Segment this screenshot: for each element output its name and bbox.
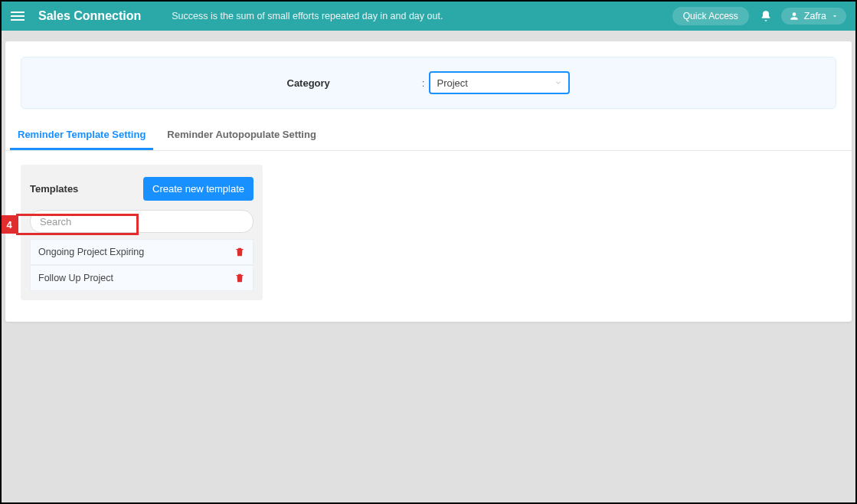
colon-separator: : [422,77,425,89]
content-panel: Templates Create new template Ongoing Pr… [5,151,852,322]
trash-icon[interactable] [234,272,245,284]
template-item-label: Ongoing Project Expiring [38,247,144,257]
template-item-label: Follow Up Project [38,273,113,283]
tagline-text: Success is the sum of small efforts repe… [172,11,443,21]
user-name: Zafra [804,11,826,21]
template-item[interactable]: Follow Up Project [30,265,254,291]
tab-reminder-autopopulate-setting[interactable]: Reminder Autopopulate Setting [159,121,324,150]
category-select-value: Project [437,77,467,89]
tabs-bar: Reminder Template Setting Reminder Autop… [5,121,852,151]
search-input[interactable] [40,216,244,227]
templates-panel: Templates Create new template Ongoing Pr… [21,165,263,300]
menu-icon[interactable] [11,9,25,23]
create-template-button[interactable]: Create new template [143,177,254,201]
category-label: Category [287,77,330,89]
quick-access-button[interactable]: Quick Access [672,7,749,25]
notification-bell-icon[interactable] [760,9,772,23]
chevron-down-icon [554,79,562,87]
user-menu[interactable]: Zafra [781,8,846,25]
trash-icon[interactable] [234,246,245,258]
category-select[interactable]: Project [429,71,570,94]
app-header: Sales Connection Success is the sum of s… [2,2,855,31]
template-item[interactable]: Ongoing Project Expiring [30,239,254,265]
chevron-down-icon [831,12,839,20]
tab-reminder-template-setting[interactable]: Reminder Template Setting [10,121,153,150]
templates-title: Templates [30,183,78,195]
annotation-number: 4 [2,215,17,234]
category-bar: Category : Project [21,57,836,109]
main-card: Category : Project Reminder Template Set… [5,41,852,322]
user-icon [789,11,800,21]
brand-title: Sales Connection [38,9,141,23]
search-input-wrapper[interactable] [30,210,254,233]
